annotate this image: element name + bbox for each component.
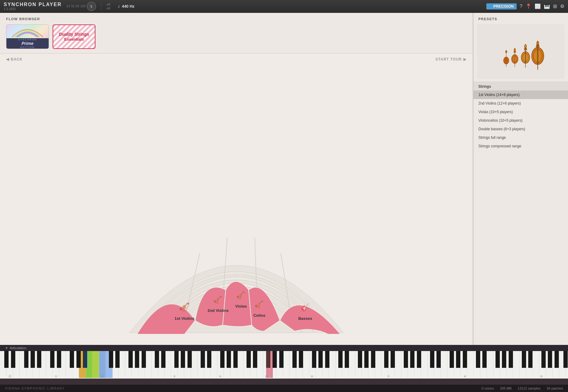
tuning-section: ♪ 440 Hz (117, 4, 134, 9)
piano-keyboard-svg[interactable]: /* Piano keys are drawn below as SVG rec… (0, 351, 568, 379)
presets-list: Strings 1st Violins (14+8 players) 2nd V… (473, 79, 568, 345)
topbar: SYNCHRON PLAYER 1.3.1833 24 56 89 109 -i… (0, 0, 568, 13)
svg-rect-151 (187, 351, 192, 368)
svg-rect-189 (541, 351, 546, 368)
start-tour-button[interactable]: START TOUR ▶ (436, 57, 466, 61)
svg-text:⑤: ⑤ (265, 375, 267, 378)
duality-text: Duality Strings Essentials (59, 32, 89, 42)
svg-rect-149 (174, 351, 179, 368)
articulation-bar: ▼ Articulation (0, 345, 568, 351)
back-arrow-icon: ◀ (6, 57, 9, 61)
browser-cards: SYNCHRON Prime EDITION (6, 24, 466, 49)
patches-count: 34 patches (547, 386, 563, 390)
svg-text:⑥: ⑥ (311, 375, 313, 378)
memory-usage: 205 MB (500, 386, 512, 390)
svg-rect-171 (371, 351, 375, 368)
flow-browser-title: FLOW BROWSER (6, 17, 466, 21)
svg-text:🎻: 🎻 (255, 300, 264, 309)
preset-item-0[interactable]: 1st Violins (14+8 players) (473, 91, 568, 99)
preset-item-6[interactable]: Strings compressed range (473, 142, 568, 150)
preset-item-5[interactable]: Strings full range (473, 133, 568, 142)
right-panel: PRESETS (473, 13, 568, 345)
rainbow-svg (9, 25, 46, 38)
level-readouts: -inf -inf (106, 3, 110, 10)
svg-text:🎻: 🎻 (213, 295, 223, 304)
start-tour-label: START TOUR (436, 57, 462, 61)
svg-rect-165 (318, 351, 323, 368)
orchestra-container: 🎻 1st Violins 🎻 2nd Violins 🎻 Violas 🎻 C… (0, 65, 473, 345)
svg-text:④: ④ (219, 375, 221, 378)
svg-rect-147 (155, 351, 159, 368)
svg-text:⑦: ⑦ (387, 375, 390, 378)
prime-edition-card[interactable]: SYNCHRON Prime EDITION (6, 24, 49, 49)
preset-item-4[interactable]: Double basses (6+3 players) (473, 125, 568, 133)
prime-card-rainbow (6, 25, 49, 38)
svg-rect-192 (563, 351, 568, 368)
svg-rect-143 (115, 351, 120, 368)
svg-rect-158 (253, 351, 257, 368)
svg-rect-162 (292, 351, 297, 368)
svg-rect-170 (364, 351, 369, 368)
stage-nav: ◀ BACK START TOUR ▶ (0, 54, 473, 65)
preset-category-strings: Strings (473, 81, 568, 91)
svg-rect-163 (299, 351, 303, 368)
svg-rect-174 (404, 351, 408, 368)
svg-text:⑧: ⑧ (464, 375, 466, 378)
help-icon[interactable]: ? (520, 4, 522, 9)
keyswitch-blue-1[interactable] (99, 351, 106, 378)
vu-marker-2: 56 (71, 5, 75, 8)
level-top: -inf (106, 3, 110, 6)
svg-rect-146 (142, 351, 146, 368)
svg-rect-161 (279, 351, 284, 368)
duality-strings-card[interactable]: Duality Strings Essentials (53, 24, 95, 49)
preset-item-2[interactable]: Violas (10+5 players) (473, 108, 568, 116)
back-button[interactable]: ◀ BACK (6, 57, 23, 61)
svg-rect-167 (338, 351, 343, 368)
location-icon[interactable]: 📍 (525, 3, 532, 9)
keyswitch-lightgreen-1[interactable] (92, 351, 99, 378)
svg-rect-140 (76, 351, 81, 368)
svg-rect-184 (496, 351, 500, 368)
svg-rect-153 (207, 351, 211, 368)
piano-wrapper: /* Piano keys are drawn below as SVG rec… (0, 351, 568, 385)
piano-icon[interactable]: 🎹 (544, 3, 550, 9)
preset-item-1[interactable]: 2nd Violins (12+6 players) (473, 99, 568, 108)
svg-text:①: ① (55, 375, 57, 378)
svg-rect-168 (345, 351, 349, 368)
vu-marker-3: 89 (76, 5, 79, 8)
svg-rect-191 (555, 351, 559, 368)
svg-rect-175 (410, 351, 414, 368)
svg-rect-183 (482, 351, 487, 368)
presets-title: PRESETS (473, 13, 568, 24)
svg-text:②: ② (101, 375, 103, 378)
prime-sublabel: SYNCHRON (18, 38, 37, 41)
precision-button[interactable]: PRECISION (486, 3, 517, 9)
svg-text:③: ③ (173, 375, 176, 378)
svg-text:🎻: 🎻 (236, 290, 246, 299)
svg-rect-173 (391, 351, 395, 368)
svg-rect-132 (4, 351, 9, 368)
vu-marker-1: 24 (66, 5, 70, 8)
svg-rect-186 (509, 351, 513, 368)
instrument-image-area (477, 24, 564, 79)
library-label: VIENNA SYMPHONIC LIBRARY (5, 386, 65, 390)
svg-rect-156 (233, 351, 238, 368)
svg-text:⓪: ⓪ (9, 375, 11, 378)
svg-rect-145 (135, 351, 139, 368)
preset-item-3[interactable]: Violoncellos (10+5 players) (473, 116, 568, 125)
prime-card-bottom: SYNCHRON Prime EDITION (6, 38, 49, 49)
svg-text:Basses: Basses (298, 316, 312, 321)
duality-line1: Duality Strings (59, 32, 89, 37)
export-icon[interactable]: ⬜ (535, 3, 541, 9)
svg-rect-169 (358, 351, 362, 368)
svg-text:Violas: Violas (235, 304, 247, 309)
svg-rect-187 (522, 351, 526, 368)
svg-rect-137 (50, 351, 54, 368)
grid-icon[interactable]: ⊞ (553, 3, 557, 9)
prime-edition-label: Prime (22, 41, 34, 46)
settings-icon[interactable]: ⚙ (560, 3, 564, 9)
precision-dot (489, 5, 492, 8)
duality-line2: Essentials (59, 37, 89, 42)
strings-illustration-svg (490, 28, 551, 74)
svg-rect-133 (11, 351, 15, 368)
